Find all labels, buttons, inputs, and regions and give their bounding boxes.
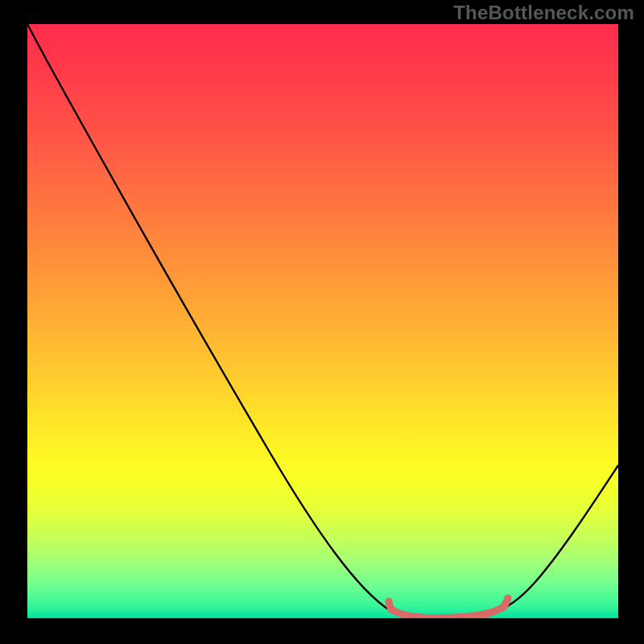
curve-layer <box>27 24 618 618</box>
highlight-band-path <box>391 607 504 618</box>
chart-frame: TheBottleneck.com <box>0 0 644 644</box>
highlight-right-hook <box>504 598 508 607</box>
watermark-text: TheBottleneck.com <box>453 2 634 24</box>
highlight-left-hook <box>389 601 391 609</box>
plot-area <box>27 24 618 618</box>
bottleneck-curve-path <box>27 24 618 618</box>
